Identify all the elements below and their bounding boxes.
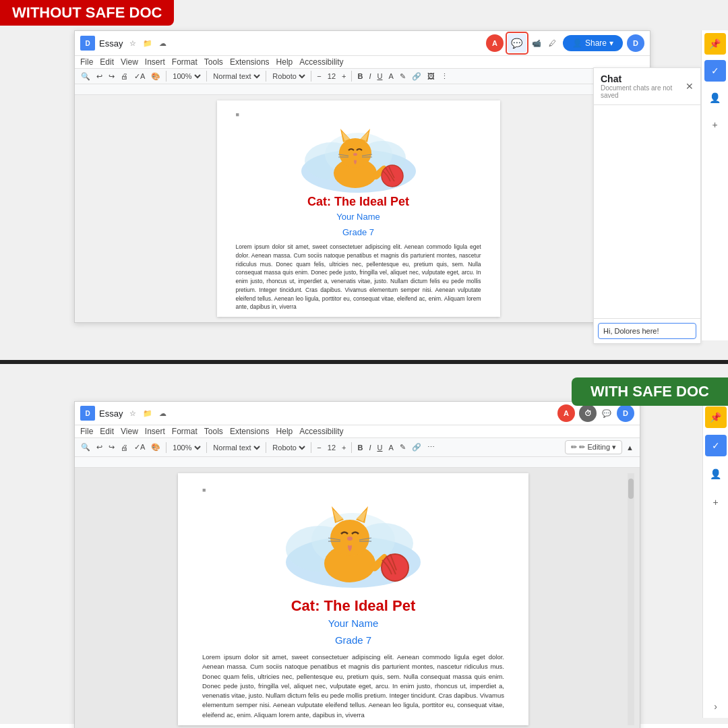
- style-select[interactable]: Normal text: [210, 71, 262, 81]
- undo-btn-b[interactable]: ↩: [94, 442, 104, 452]
- style-select-b[interactable]: Normal text: [210, 443, 262, 452]
- print-btn-b[interactable]: 🖨: [119, 443, 130, 452]
- ruler-bottom: [75, 457, 640, 468]
- font-select-b[interactable]: Roboto: [270, 443, 307, 452]
- text-color-btn[interactable]: A: [386, 71, 395, 81]
- zoom-select-b[interactable]: 100%: [170, 443, 203, 452]
- undo-btn[interactable]: ↩: [94, 71, 104, 82]
- sep5b: [351, 442, 352, 453]
- paint-format-btn[interactable]: 🎨: [149, 71, 162, 82]
- share-button[interactable]: 👤 Share ▾: [563, 35, 623, 51]
- sidebar-icon-plus-b[interactable]: +: [705, 491, 727, 513]
- menu-extensions-b[interactable]: Extensions: [230, 427, 270, 436]
- doc-body-top: Lorem ipsum dolor sit amet, sweet consec…: [236, 243, 481, 311]
- sidebar-icon-yellow[interactable]: 📌: [704, 33, 726, 55]
- avatar-bottom-gray[interactable]: ⏱: [579, 404, 597, 422]
- menu-file-b[interactable]: File: [80, 427, 93, 436]
- chat-close-icon[interactable]: ✕: [686, 81, 694, 92]
- font-size-increase-b[interactable]: +: [340, 443, 348, 452]
- menu-view-b[interactable]: View: [121, 427, 138, 436]
- link-btn[interactable]: 🔗: [410, 71, 423, 82]
- video-icon[interactable]: 📹: [530, 37, 543, 49]
- menu-tools[interactable]: Tools: [204, 57, 223, 67]
- italic-btn-b[interactable]: I: [367, 443, 373, 452]
- zoom-icon-b[interactable]: 🔍: [79, 442, 92, 452]
- bottom-half: WITH SAFE DOC D Essay ☆ 📁 ☁ A ⏱ 💬 D File…: [0, 364, 728, 724]
- top-half: WITHOUT SAFE DOC D Essay ☆ 📁 ☁ A 💬 📹 🖊: [0, 0, 728, 364]
- menu-extensions[interactable]: Extensions: [230, 57, 270, 67]
- sidebar-icon-plus[interactable]: +: [704, 114, 726, 135]
- sidebar-icon-yellow-b[interactable]: 📌: [705, 406, 727, 428]
- more-btn-b[interactable]: ⋯: [425, 442, 437, 452]
- spellcheck-btn[interactable]: ✓A: [132, 71, 147, 82]
- sep3b: [266, 442, 266, 453]
- font-size-decrease[interactable]: −: [315, 71, 323, 81]
- bold-btn[interactable]: B: [355, 71, 365, 81]
- chevron-editing: ▾: [612, 443, 616, 452]
- more-btn[interactable]: ⋮: [439, 71, 450, 82]
- redo-btn-b[interactable]: ↪: [107, 442, 117, 452]
- title-bar-top: D Essay ☆ 📁 ☁ A 💬 📹 🖊 👤 Share: [75, 31, 650, 56]
- menu-help-b[interactable]: Help: [276, 427, 293, 436]
- right-arrow-icon[interactable]: ›: [714, 701, 717, 712]
- highlight-btn-b[interactable]: ✎: [398, 442, 408, 452]
- menu-help[interactable]: Help: [276, 57, 293, 67]
- menu-insert[interactable]: Insert: [145, 57, 165, 67]
- menu-file[interactable]: File: [80, 57, 93, 67]
- svg-point-27: [347, 537, 353, 541]
- print-btn[interactable]: 🖨: [119, 71, 130, 81]
- link-btn-b[interactable]: 🔗: [410, 442, 423, 452]
- avatar-blue-top[interactable]: D: [627, 34, 644, 52]
- highlight-btn[interactable]: ✎: [398, 71, 408, 82]
- chat-title: Chat: [601, 73, 686, 84]
- star-icon[interactable]: ☆: [127, 37, 139, 49]
- italic-btn[interactable]: I: [367, 71, 373, 81]
- menu-tools-b[interactable]: Tools: [204, 427, 223, 436]
- menu-format-b[interactable]: Format: [172, 427, 198, 436]
- doc-title-top: Cat: The Ideal Pet: [236, 195, 481, 209]
- zoom-select[interactable]: 100%: [170, 71, 203, 81]
- collapse-btn-b[interactable]: ▲: [624, 443, 636, 452]
- avatar-bottom-red[interactable]: A: [557, 404, 575, 422]
- underline-btn-b[interactable]: U: [375, 443, 384, 452]
- font-size-increase[interactable]: +: [340, 71, 348, 81]
- menu-accessibility-b[interactable]: Accessibility: [299, 427, 343, 436]
- doc-page-area-top: ■: [75, 95, 650, 322]
- text-color-btn-b[interactable]: A: [386, 443, 395, 452]
- chat-subtitle: Document chats are not saved: [601, 84, 686, 99]
- menu-insert-b[interactable]: Insert: [145, 427, 165, 436]
- paint-format-btn-b[interactable]: 🎨: [149, 442, 162, 452]
- folder-icon[interactable]: 📁: [142, 37, 154, 49]
- chat-icon-bottom[interactable]: 💬: [601, 407, 613, 419]
- underline-btn[interactable]: U: [375, 71, 384, 81]
- star-icon-bottom[interactable]: ☆: [127, 407, 139, 419]
- chat-icon-wrapper[interactable]: 💬: [508, 34, 526, 53]
- menu-edit-b[interactable]: Edit: [100, 427, 114, 436]
- editing-button[interactable]: ✏ ✏ Editing ▾: [565, 440, 622, 454]
- title-bar-icons: ☆ 📁 ☁: [127, 37, 169, 49]
- folder-icon-bottom[interactable]: 📁: [142, 407, 154, 419]
- menu-view[interactable]: View: [121, 57, 138, 67]
- sidebar-icon-people-b[interactable]: 👤: [705, 463, 727, 485]
- cloud-icon-bottom[interactable]: ☁: [156, 407, 169, 419]
- menu-format[interactable]: Format: [172, 57, 198, 67]
- menu-edit[interactable]: Edit: [100, 57, 114, 67]
- sidebar-icon-blue-b[interactable]: ✓: [705, 435, 727, 456]
- comment-icon[interactable]: 🖊: [547, 37, 559, 49]
- menu-accessibility[interactable]: Accessibility: [299, 57, 343, 67]
- avatar-bottom-blue[interactable]: D: [617, 404, 634, 422]
- font-select[interactable]: Roboto: [270, 71, 307, 81]
- sidebar-icon-blue[interactable]: ✓: [704, 60, 726, 82]
- bold-btn-b[interactable]: B: [355, 443, 365, 452]
- cat-image-top: [236, 121, 481, 195]
- image-btn[interactable]: 🖼: [425, 71, 437, 81]
- font-size-decrease-b[interactable]: −: [315, 443, 323, 452]
- zoom-icon[interactable]: 🔍: [79, 71, 92, 82]
- redo-btn[interactable]: ↪: [107, 71, 117, 82]
- spellcheck-btn-b[interactable]: ✓A: [132, 442, 147, 452]
- cloud-icon[interactable]: ☁: [156, 37, 169, 49]
- scrollbar-bottom[interactable]: [628, 473, 634, 725]
- sidebar-icon-people[interactable]: 👤: [704, 87, 726, 109]
- avatar-top[interactable]: A: [486, 34, 504, 52]
- chat-input[interactable]: [598, 323, 696, 339]
